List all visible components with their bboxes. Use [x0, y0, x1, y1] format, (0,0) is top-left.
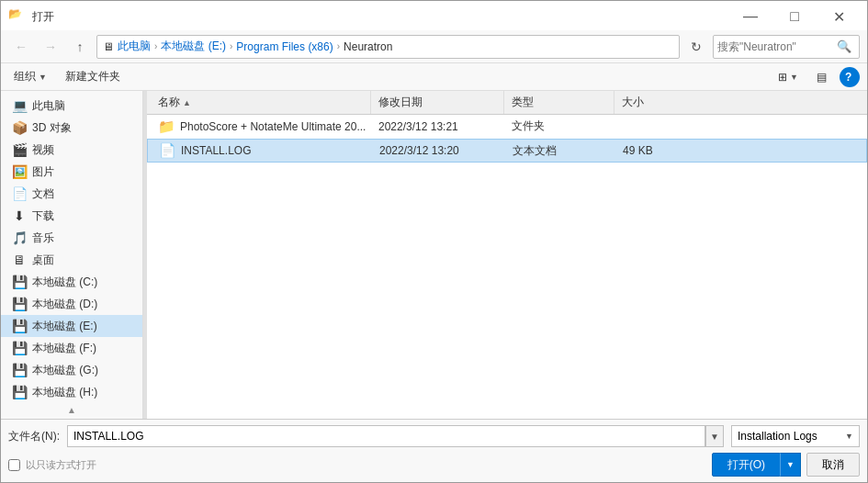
- filetype-dropdown[interactable]: Installation Logs ▼: [731, 425, 860, 447]
- scroll-up-arrow: ▲: [67, 405, 76, 415]
- up-button[interactable]: ↑: [67, 34, 93, 60]
- window-title: 打开: [32, 9, 729, 25]
- sidebar: 💻此电脑📦3D 对象🎬视频🖼️图片📄文档⬇下载🎵音乐🖥桌面💾本地磁盘 (C:)💾…: [1, 91, 143, 419]
- local-f-icon: 💾: [12, 341, 27, 355]
- title-bar: 📂 打开 — □ ✕: [1, 1, 867, 30]
- help-icon: ?: [845, 71, 851, 84]
- desktop-icon: 🖥: [12, 253, 27, 267]
- sidebar-item-local-h[interactable]: 💾本地磁盘 (H:): [1, 381, 142, 403]
- file-list-header: 名称 ▲ 修改日期 类型 大小: [147, 91, 867, 115]
- install-log-name-text: INSTALL.LOG: [181, 144, 251, 157]
- navigation-toolbar: ← → ↑ 🖥 此电脑 › 本地磁盘 (E:) › Program Files …: [1, 30, 867, 63]
- pictures-icon: 🖼️: [12, 164, 27, 179]
- sidebar-item-music[interactable]: 🎵音乐: [1, 227, 142, 249]
- col-type-label: 类型: [512, 95, 534, 110]
- sidebar-item-this-pc[interactable]: 💻此电脑: [1, 95, 142, 117]
- cancel-button-label: 取消: [822, 457, 844, 473]
- readonly-checkbox[interactable]: [8, 459, 20, 471]
- open-dropdown-button[interactable]: ▼: [780, 453, 801, 477]
- new-folder-label: 新建文件夹: [65, 69, 120, 84]
- col-header-name[interactable]: 名称 ▲: [151, 91, 371, 114]
- file-date-folder: 2022/3/12 13:21: [371, 120, 504, 133]
- local-c-label: 本地磁盘 (C:): [32, 275, 97, 290]
- file-date-install-log: 2022/3/12 13:20: [372, 144, 505, 157]
- window-controls: — □ ✕: [729, 5, 860, 28]
- sidebar-item-documents[interactable]: 📄文档: [1, 183, 142, 205]
- new-folder-button[interactable]: 新建文件夹: [60, 67, 126, 86]
- address-bar[interactable]: 🖥 此电脑 › 本地磁盘 (E:) › Program Files (x86) …: [96, 35, 680, 59]
- search-box[interactable]: 🔍: [713, 35, 860, 59]
- open-button[interactable]: 打开(O): [712, 453, 781, 477]
- search-icon: 🔍: [837, 39, 851, 53]
- window-icon: 📂: [8, 7, 27, 26]
- open-dropdown-arrow: ▼: [786, 460, 795, 469]
- 3d-objects-label: 3D 对象: [32, 120, 72, 136]
- help-button[interactable]: ?: [840, 67, 860, 87]
- sidebar-item-local-g[interactable]: 💾本地磁盘 (G:): [1, 359, 142, 381]
- pictures-label: 图片: [32, 164, 54, 180]
- local-g-icon: 💾: [12, 363, 27, 377]
- col-header-size[interactable]: 大小: [614, 91, 688, 114]
- file-item-folder[interactable]: 📁 PhotoScore + NotateMe Ultimate 20... 2…: [147, 115, 867, 139]
- sidebar-scroll-up[interactable]: ▲: [1, 403, 142, 417]
- col-header-type[interactable]: 类型: [504, 91, 614, 114]
- sidebar-item-pictures[interactable]: 🖼️图片: [1, 161, 142, 183]
- sidebar-item-local-d[interactable]: 💾本地磁盘 (D:): [1, 293, 142, 315]
- local-d-icon: 💾: [12, 297, 27, 311]
- bottom-bar: 文件名(N): ▼ Installation Logs ▼ 以只读方式打开 打开…: [1, 419, 867, 482]
- filename-input[interactable]: [67, 425, 705, 447]
- window: 📂 打开 — □ ✕ ← → ↑ 🖥 此电脑 › 本地磁盘 (E:) › Pro…: [0, 0, 868, 483]
- text-file-icon: 📄: [159, 142, 176, 159]
- this-pc-label: 此电脑: [32, 98, 65, 114]
- organize-dropdown-arrow: ▼: [39, 73, 47, 82]
- open-button-label: 打开(O): [727, 457, 765, 473]
- search-input[interactable]: [717, 40, 837, 53]
- main-content: 💻此电脑📦3D 对象🎬视频🖼️图片📄文档⬇下载🎵音乐🖥桌面💾本地磁盘 (C:)💾…: [1, 91, 867, 419]
- file-size-install-log: 49 KB: [615, 144, 689, 157]
- local-g-label: 本地磁盘 (G:): [32, 363, 98, 378]
- 3d-objects-icon: 📦: [12, 120, 27, 135]
- view-button[interactable]: ⊞ ▼: [772, 69, 804, 85]
- file-name-folder: 📁 PhotoScore + NotateMe Ultimate 20...: [151, 118, 371, 135]
- filename-dropdown-arrow[interactable]: ▼: [705, 425, 724, 447]
- pane-button[interactable]: ▤: [811, 69, 832, 85]
- sidebar-item-local-e[interactable]: 💾本地磁盘 (E:): [1, 315, 142, 337]
- refresh-button[interactable]: ↻: [683, 34, 709, 60]
- this-pc-icon: 💻: [12, 98, 27, 113]
- downloads-label: 下载: [32, 208, 54, 224]
- sidebar-item-downloads[interactable]: ⬇下载: [1, 205, 142, 227]
- readonly-label: 以只读方式打开: [26, 458, 96, 472]
- file-item-install-log[interactable]: 📄 INSTALL.LOG 2022/3/12 13:20 文本文档 49 KB: [147, 139, 867, 163]
- local-h-label: 本地磁盘 (H:): [32, 385, 97, 400]
- action-row: 以只读方式打开 打开(O) ▼ 取消: [8, 453, 860, 477]
- maximize-button[interactable]: □: [773, 5, 816, 28]
- filename-input-wrap: ▼: [67, 425, 724, 447]
- sidebar-item-local-f[interactable]: 💾本地磁盘 (F:): [1, 337, 142, 359]
- filename-row: 文件名(N): ▼ Installation Logs ▼: [8, 425, 860, 447]
- view-icon: ⊞: [778, 71, 787, 84]
- close-button[interactable]: ✕: [817, 5, 860, 28]
- cancel-button[interactable]: 取消: [806, 453, 860, 477]
- organize-button[interactable]: 组织 ▼: [8, 67, 52, 86]
- col-header-date[interactable]: 修改日期: [371, 91, 504, 114]
- breadcrumb-program-files[interactable]: Program Files (x86): [236, 40, 333, 53]
- sidebar-item-3d-objects[interactable]: 📦3D 对象: [1, 117, 142, 139]
- local-e-icon: 💾: [12, 319, 27, 333]
- file-list: 📁 PhotoScore + NotateMe Ultimate 20... 2…: [147, 115, 867, 419]
- sidebar-item-videos[interactable]: 🎬视频: [1, 139, 142, 161]
- minimize-button[interactable]: —: [729, 5, 772, 28]
- col-date-label: 修改日期: [378, 95, 423, 110]
- desktop-label: 桌面: [32, 253, 54, 268]
- sidebar-item-desktop[interactable]: 🖥桌面: [1, 249, 142, 271]
- breadcrumb-drive-e[interactable]: 本地磁盘 (E:): [161, 39, 226, 54]
- breadcrumb-this-pc[interactable]: 此电脑: [118, 39, 151, 54]
- back-button[interactable]: ←: [8, 34, 34, 60]
- sidebar-item-local-c[interactable]: 💾本地磁盘 (C:): [1, 271, 142, 293]
- local-e-label: 本地磁盘 (E:): [32, 319, 97, 334]
- breadcrumb-pc-icon: 🖥: [103, 40, 114, 53]
- breadcrumb-neuratron: Neuratron: [344, 40, 392, 53]
- folder-name-text: PhotoScore + NotateMe Ultimate 20...: [180, 120, 366, 133]
- col-name-label: 名称: [158, 95, 180, 110]
- folder-icon: 📁: [158, 118, 175, 135]
- forward-button[interactable]: →: [38, 34, 63, 60]
